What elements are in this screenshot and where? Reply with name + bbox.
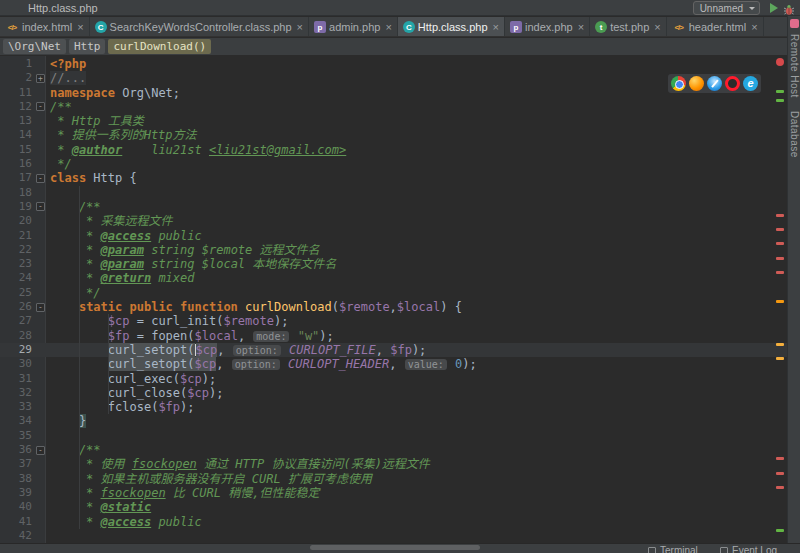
fold-marker-icon[interactable]: - bbox=[36, 102, 45, 111]
code-text: } bbox=[46, 414, 86, 428]
fold-marker-icon[interactable]: - bbox=[36, 303, 45, 312]
code-token: $cp bbox=[195, 357, 217, 371]
run-config-select[interactable]: Unnamed bbox=[693, 1, 760, 15]
opera-browser-icon[interactable] bbox=[725, 76, 740, 91]
php-file-icon bbox=[510, 21, 522, 33]
code-token: fsockopen bbox=[101, 486, 166, 500]
code-token: = curl_init( bbox=[129, 314, 223, 328]
code-text: class Http { bbox=[46, 171, 137, 185]
fold-marker-icon[interactable]: - bbox=[36, 446, 45, 455]
line-number: 27 bbox=[0, 314, 46, 328]
line-number: 22 bbox=[0, 243, 46, 257]
editor-tab[interactable]: index.html× bbox=[0, 17, 90, 37]
line-number-gutter: 34 bbox=[0, 414, 46, 428]
html-file-icon bbox=[672, 21, 686, 33]
error-stripe[interactable] bbox=[774, 56, 787, 543]
line-number-gutter: 39 bbox=[0, 486, 46, 500]
line-number-gutter: 15 bbox=[0, 143, 46, 157]
code-line: 32 curl_close($cp); bbox=[0, 386, 787, 400]
code-token: /** bbox=[50, 100, 72, 114]
line-number: 40 bbox=[0, 500, 46, 514]
editor-tab[interactable]: index.php× bbox=[505, 17, 590, 37]
code-token: $local bbox=[397, 300, 440, 314]
code-text: * 采集远程文件 bbox=[46, 214, 173, 228]
fold-marker-icon[interactable]: + bbox=[36, 74, 45, 83]
code-token: @access bbox=[101, 515, 152, 529]
code-text: * 使用 fsockopen 通过 HTTP 协议直接访问(采集)远程文件 bbox=[46, 457, 430, 471]
editor-tab[interactable]: header.html× bbox=[667, 17, 764, 37]
code-token: Http { bbox=[86, 171, 137, 185]
code-text: * @return mixed bbox=[46, 271, 195, 285]
code-text: fclose($fp); bbox=[46, 400, 195, 414]
line-number: 21 bbox=[0, 229, 46, 243]
code-token: curl_close( bbox=[50, 386, 187, 400]
tool-button-database[interactable]: Database bbox=[789, 111, 800, 158]
tab-close-icon[interactable]: × bbox=[385, 21, 391, 33]
tab-close-icon[interactable]: × bbox=[77, 21, 83, 33]
editor-tab[interactable]: Http.class.php× bbox=[398, 17, 505, 37]
code-token: * 提供一系列的Http方法 bbox=[50, 128, 197, 142]
tab-close-icon[interactable]: × bbox=[654, 21, 660, 33]
code-token: mode: bbox=[253, 331, 289, 342]
code-text: /** bbox=[46, 100, 72, 114]
code-text: * 提供一系列的Http方法 bbox=[46, 128, 197, 142]
code-token: curl_exec( bbox=[50, 372, 180, 386]
code-token: * bbox=[50, 229, 101, 243]
code-token: ); bbox=[319, 329, 333, 343]
code-line: 39 * fsockopen 比 CURL 稍慢,但性能稳定 bbox=[0, 486, 787, 500]
pink-tool-icon[interactable] bbox=[790, 19, 799, 28]
code-line: 38 * 如果主机或服务器没有开启 CURL 扩展可考虑使用 bbox=[0, 472, 787, 486]
code-token: /** bbox=[50, 200, 101, 214]
line-number: 15 bbox=[0, 143, 46, 157]
editor-tab[interactable]: SearchKeyWordsController.class.php× bbox=[90, 17, 309, 37]
debug-button[interactable] bbox=[783, 2, 795, 14]
line-number-gutter: 26- bbox=[0, 300, 46, 314]
tab-close-icon[interactable]: × bbox=[493, 21, 499, 33]
breadcrumb-item[interactable]: Http bbox=[69, 39, 106, 54]
horizontal-scrollbar[interactable] bbox=[310, 545, 480, 550]
line-number: 31 bbox=[0, 372, 46, 386]
class-file-icon bbox=[95, 21, 107, 33]
firefox-browser-icon[interactable] bbox=[689, 76, 704, 91]
fold-marker-icon[interactable]: - bbox=[36, 174, 45, 183]
html-file-icon bbox=[5, 21, 19, 33]
line-number: 41 bbox=[0, 515, 46, 529]
code-token: = fopen( bbox=[129, 329, 194, 343]
breadcrumb-item[interactable]: curlDownload() bbox=[108, 39, 211, 54]
ie-browser-icon[interactable] bbox=[743, 76, 758, 91]
line-number-gutter: 16 bbox=[0, 157, 46, 171]
code-text: * @author liu21st <liu21st@gmail.com> bbox=[46, 143, 346, 157]
line-number-gutter: 37 bbox=[0, 457, 46, 471]
tab-close-icon[interactable]: × bbox=[578, 21, 584, 33]
terminal-button[interactable]: Terminal bbox=[648, 545, 698, 553]
stripe-mark bbox=[776, 228, 784, 231]
safari-browser-icon[interactable] bbox=[707, 76, 722, 91]
editor-tab[interactable]: test.php× bbox=[590, 17, 667, 37]
tab-close-icon[interactable]: × bbox=[297, 21, 303, 33]
code-text: $cp = curl_init($remote); bbox=[46, 314, 288, 328]
code-token: curl_setopt( bbox=[108, 357, 195, 371]
code-text: /** bbox=[46, 200, 101, 214]
line-number: 18 bbox=[0, 186, 46, 200]
editor-tab[interactable]: admin.php× bbox=[309, 17, 398, 37]
line-number-gutter: 2+ bbox=[0, 71, 46, 85]
chrome-browser-icon[interactable] bbox=[671, 76, 686, 91]
code-token: * Http 工具类 bbox=[50, 114, 144, 128]
run-button[interactable] bbox=[770, 3, 778, 13]
code-token: $cp bbox=[196, 343, 218, 357]
event-log-button[interactable]: Event Log bbox=[720, 545, 777, 553]
line-number-gutter: 24 bbox=[0, 271, 46, 285]
line-number-gutter: 18 bbox=[0, 186, 46, 200]
code-token bbox=[50, 300, 79, 314]
breadcrumb-item[interactable]: \Org\Net bbox=[3, 39, 66, 54]
code-token: namespace bbox=[50, 86, 115, 100]
code-editor[interactable]: 1<?php2+//...11namespace Org\Net;12-/**1… bbox=[0, 56, 787, 543]
code-token: $remote bbox=[223, 314, 274, 328]
fold-marker-icon[interactable]: - bbox=[36, 202, 45, 211]
tool-button-remote-host[interactable]: Remote Host bbox=[789, 34, 800, 98]
line-number: 39 bbox=[0, 486, 46, 500]
code-line: 21 * @access public bbox=[0, 229, 787, 243]
tab-close-icon[interactable]: × bbox=[751, 21, 757, 33]
code-token: , bbox=[390, 300, 397, 314]
tab-label: Http.class.php bbox=[418, 21, 488, 33]
